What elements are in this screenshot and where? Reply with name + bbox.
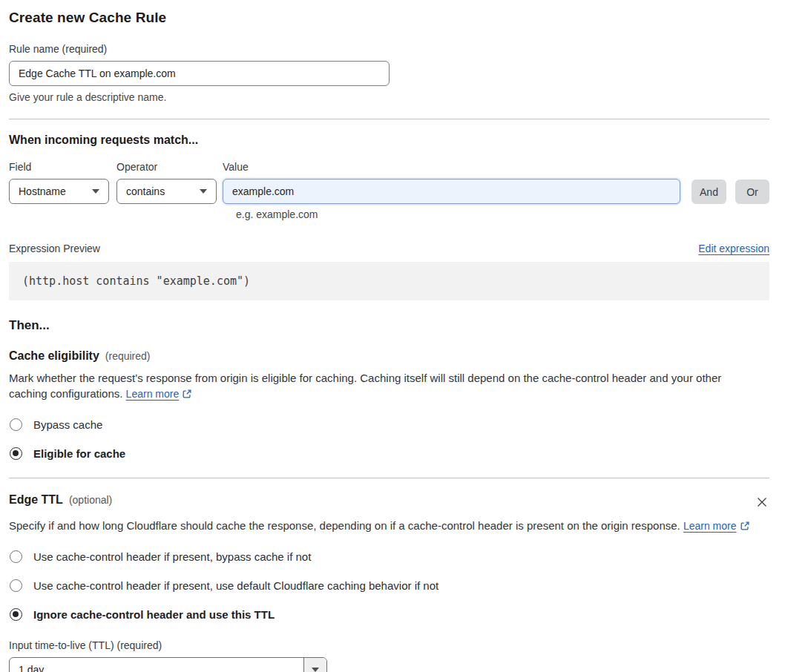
edge-ttl-optional-tag: (optional) (69, 494, 112, 506)
edge-ttl-description: Specify if and how long Cloudflare shoul… (9, 518, 755, 535)
operator-select-value: contains (126, 185, 165, 197)
expression-preview-label: Expression Preview (9, 243, 100, 254)
edge-ttl-description-text: Specify if and how long Cloudflare shoul… (9, 519, 680, 532)
page-title: Create new Cache Rule (9, 10, 769, 26)
cache-eligibility-heading-row: Cache eligibility (required) (9, 349, 769, 363)
cache-eligibility-required-tag: (required) (105, 350, 151, 362)
radio-icon (10, 550, 22, 563)
cache-eligibility-heading: Cache eligibility (9, 349, 99, 363)
create-cache-rule-page: Create new Cache Rule Rule name (require… (0, 0, 785, 672)
expression-code-block: (http.host contains "example.com") (9, 262, 769, 300)
ttl-select[interactable]: 1 day (9, 657, 327, 672)
cache-eligibility-description: Mark whether the request’s response from… (9, 370, 755, 403)
rule-name-help: Give your rule a descriptive name. (9, 91, 769, 103)
radio-label: Bypass cache (33, 418, 102, 431)
external-link-icon (182, 387, 192, 403)
operator-select[interactable]: contains (116, 179, 217, 204)
edge-ttl-learn-more-link[interactable]: Learn more (683, 520, 737, 532)
cache-eligibility-description-text: Mark whether the request’s response from… (9, 372, 721, 400)
ttl-input-label: Input time-to-live (TTL) (required) (9, 639, 769, 651)
radio-icon (10, 579, 22, 592)
radio-icon (10, 447, 22, 460)
radio-bypass-cache[interactable]: Bypass cache (9, 418, 769, 431)
edge-ttl-heading-row: Edge TTL (optional) (9, 493, 769, 512)
value-label: Value (223, 161, 680, 173)
ttl-select-value: 1 day (10, 658, 303, 672)
radio-icon (10, 418, 22, 431)
expression-preview-row: Expression Preview Edit expression (9, 243, 769, 254)
expression-code: (http.host contains "example.com") (22, 274, 250, 288)
rule-name-input[interactable] (9, 61, 390, 86)
divider (9, 478, 769, 478)
close-icon[interactable] (755, 495, 769, 512)
field-select-value: Hostname (19, 185, 66, 197)
or-button[interactable]: Or (735, 179, 769, 204)
chevron-down-icon[interactable] (303, 658, 326, 672)
radio-label: Use cache-control header if present, use… (33, 579, 439, 592)
field-label: Field (9, 161, 109, 173)
edge-ttl-heading: Edge TTL (9, 493, 63, 507)
radio-label: Eligible for cache (33, 447, 125, 460)
divider (9, 119, 769, 119)
value-example-help: e.g. example.com (236, 208, 769, 220)
rule-name-label: Rule name (required) (9, 43, 769, 55)
chevron-down-icon (200, 189, 207, 194)
radio-use-header-default-if-not[interactable]: Use cache-control header if present, use… (9, 579, 769, 592)
radio-label: Ignore cache-control header and use this… (33, 608, 275, 621)
value-input[interactable] (223, 179, 680, 204)
operator-label: Operator (116, 161, 217, 173)
radio-eligible-for-cache[interactable]: Eligible for cache (9, 447, 769, 460)
edit-expression-link[interactable]: Edit expression (698, 243, 769, 254)
radio-icon (10, 608, 22, 621)
then-heading: Then... (9, 318, 769, 333)
match-condition-row: Field Operator Value Hostname contains A… (9, 147, 769, 204)
field-select[interactable]: Hostname (9, 179, 109, 204)
and-button[interactable]: And (692, 179, 726, 204)
radio-label: Use cache-control header if present, byp… (33, 550, 311, 563)
chevron-down-icon (92, 189, 99, 194)
radio-ignore-header-use-ttl[interactable]: Ignore cache-control header and use this… (9, 608, 769, 621)
external-link-icon (740, 519, 750, 535)
radio-use-header-bypass-if-not[interactable]: Use cache-control header if present, byp… (9, 550, 769, 563)
cache-eligibility-learn-more-link[interactable]: Learn more (126, 388, 180, 400)
match-section-heading: When incoming requests match... (9, 134, 769, 147)
